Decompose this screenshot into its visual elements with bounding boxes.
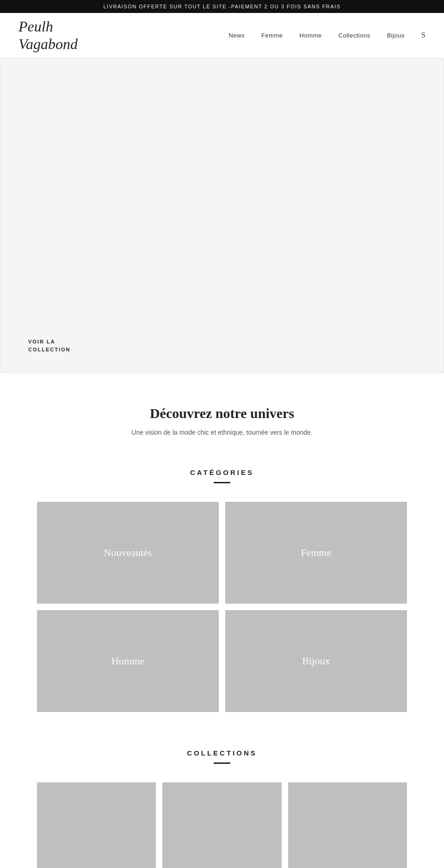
logo-line1: Peulh bbox=[18, 18, 53, 35]
category-card-femme[interactable]: Femme bbox=[225, 502, 407, 604]
collections-section: COLLECTIONS bbox=[0, 740, 444, 868]
category-label-homme: Homme bbox=[111, 655, 144, 667]
nav-link-femme[interactable]: Femme bbox=[261, 32, 283, 39]
hero-cta-line2: COLLECTION bbox=[28, 347, 71, 352]
category-label-femme: Femme bbox=[301, 547, 332, 559]
categories-divider bbox=[214, 482, 230, 483]
site-header: Peulh Vagabond News Femme Homme Collecti… bbox=[0, 13, 444, 58]
announcement-bar: LIVRAISON OFFERTE SUR TOUT LE SITE -PAIE… bbox=[0, 0, 444, 13]
main-nav: News Femme Homme Collections Bijoux S bbox=[228, 31, 426, 39]
discover-section: Découvrez notre univers Une vision de la… bbox=[0, 373, 444, 459]
collection-card-3[interactable] bbox=[288, 782, 407, 868]
category-label-bijoux: Bijoux bbox=[302, 655, 330, 667]
collections-divider bbox=[214, 762, 230, 764]
nav-link-bijoux[interactable]: Bijoux bbox=[387, 32, 405, 39]
collections-grid bbox=[37, 782, 407, 868]
category-card-nouveautes[interactable]: Nouveautés bbox=[37, 502, 219, 604]
site-logo[interactable]: Peulh Vagabond bbox=[18, 18, 78, 53]
hero-section: VOIR LA COLLECTION bbox=[0, 58, 444, 373]
nav-link-collections[interactable]: Collections bbox=[339, 32, 370, 39]
account-icon[interactable]: S bbox=[421, 31, 426, 39]
collections-title: COLLECTIONS bbox=[37, 749, 407, 757]
discover-heading: Découvrez notre univers bbox=[18, 406, 426, 421]
nav-link-news[interactable]: News bbox=[228, 32, 245, 39]
hero-cta-button[interactable]: VOIR LA COLLECTION bbox=[28, 338, 71, 354]
categories-title: CATÉGORIES bbox=[37, 468, 407, 476]
nav-link-homme[interactable]: Homme bbox=[300, 32, 322, 39]
logo-line2: Vagabond bbox=[18, 36, 78, 52]
category-card-bijoux[interactable]: Bijoux bbox=[225, 610, 407, 712]
collection-card-2[interactable] bbox=[162, 782, 281, 868]
discover-subtext: Une vision de la mode chic et ethnique, … bbox=[18, 429, 426, 436]
category-card-homme[interactable]: Homme bbox=[37, 610, 219, 712]
category-label-nouveautes: Nouveautés bbox=[104, 547, 152, 559]
categories-grid: Nouveautés Femme Homme Bijoux bbox=[37, 502, 407, 712]
collection-card-1[interactable] bbox=[37, 782, 156, 868]
categories-section: CATÉGORIES Nouveautés Femme Homme Bijoux bbox=[0, 459, 444, 740]
announcement-text: LIVRAISON OFFERTE SUR TOUT LE SITE -PAIE… bbox=[103, 4, 340, 9]
hero-cta-line1: VOIR LA bbox=[28, 339, 56, 344]
